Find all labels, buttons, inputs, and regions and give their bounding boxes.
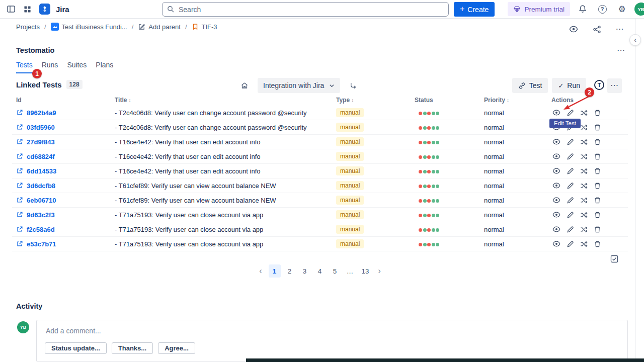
view-test-button[interactable]	[551, 151, 561, 161]
edit-test-button[interactable]	[565, 137, 575, 147]
test-id-link[interactable]: cd68824f	[27, 153, 55, 160]
pagination-prev-button[interactable]: ‹	[256, 266, 265, 276]
quick-reply-status-update[interactable]: Status update...	[45, 342, 107, 354]
pagination-page-4[interactable]: 4	[314, 264, 326, 278]
pagination-page-3[interactable]: 3	[299, 264, 311, 278]
unlink-test-button[interactable]	[579, 210, 589, 220]
pagination-page-5[interactable]: 5	[329, 264, 341, 278]
column-header-priority[interactable]: Priority↕	[484, 97, 551, 104]
pagination-next-button[interactable]: ›	[374, 266, 384, 276]
comment-input[interactable]	[45, 326, 598, 335]
test-id-link[interactable]: 6eb06710	[27, 197, 56, 204]
view-test-button[interactable]	[551, 180, 561, 191]
edit-test-button[interactable]	[565, 180, 575, 191]
edit-test-button[interactable]	[565, 151, 575, 161]
table-row[interactable]: e53c7b71 - T71a75193: Verify user can cl…	[12, 237, 628, 251]
table-row[interactable]: 3d6dcfb8 - T61cfef89: Verify user can vi…	[12, 178, 628, 193]
breadcrumb-issue[interactable]: TIF-3	[192, 23, 217, 31]
delete-test-button[interactable]	[592, 137, 602, 147]
settings-button[interactable]: ⚙	[615, 2, 629, 16]
unlink-test-button[interactable]	[579, 137, 589, 147]
tab-tests[interactable]: Tests	[16, 61, 33, 73]
premium-trial-button[interactable]: Premium trial	[508, 2, 570, 16]
app-name[interactable]: Jira	[56, 5, 69, 14]
unlink-test-button[interactable]	[579, 166, 589, 176]
quick-reply-agree[interactable]: Agree...	[158, 342, 195, 354]
sort-icon[interactable]: ↕	[128, 98, 131, 103]
delete-test-button[interactable]	[592, 180, 602, 191]
jira-logo-icon[interactable]	[39, 4, 50, 15]
sort-icon[interactable]: ↕	[507, 98, 509, 103]
table-row[interactable]: f2c58a6d - T71a75193: Verify user can cl…	[12, 222, 628, 237]
sort-icon[interactable]: ↕	[351, 98, 354, 103]
column-header-id[interactable]: Id	[12, 97, 115, 104]
breadcrumb-project[interactable]: Test iBusiness Fundi...	[51, 23, 127, 31]
edit-test-button[interactable]	[565, 224, 575, 234]
delete-test-button[interactable]	[592, 151, 602, 161]
unlink-test-button[interactable]	[579, 195, 589, 205]
home-button[interactable]	[237, 78, 252, 93]
table-row[interactable]: 6dd14533 - T16ce4e42: Verify that user c…	[12, 164, 628, 178]
toolbar-more-button[interactable]: ⋯	[607, 78, 622, 93]
breadcrumb-add-parent[interactable]: Add parent	[138, 23, 181, 31]
view-test-button[interactable]	[551, 224, 561, 234]
delete-test-button[interactable]	[592, 224, 602, 234]
delete-test-button[interactable]	[592, 122, 602, 132]
tab-plans[interactable]: Plans	[96, 61, 113, 73]
table-row[interactable]: 27d9f843 - T16ce4e42: Verify that user c…	[12, 135, 628, 149]
branch-arrow-button[interactable]	[346, 78, 360, 93]
test-id-link[interactable]: 8962b4a9	[27, 109, 56, 117]
view-test-button[interactable]	[551, 137, 561, 147]
pagination-page-13[interactable]: 13	[359, 264, 372, 278]
test-id-link[interactable]: 9d63c2f3	[27, 211, 55, 219]
test-button[interactable]: Test	[512, 78, 548, 93]
share-button[interactable]	[590, 22, 604, 36]
issue-more-button[interactable]: ⋯	[613, 22, 627, 36]
delete-test-button[interactable]	[592, 108, 602, 118]
unlink-test-button[interactable]	[579, 239, 589, 249]
tab-suites[interactable]: Suites	[67, 61, 87, 73]
view-test-button[interactable]	[551, 210, 561, 220]
search-input[interactable]	[162, 2, 449, 17]
watch-button[interactable]	[567, 22, 581, 36]
table-row[interactable]: cd68824f - T16ce4e42: Verify that user c…	[12, 149, 628, 164]
column-header-title[interactable]: Title↕	[115, 97, 336, 104]
integration-dropdown[interactable]: Integration with Jira	[258, 78, 340, 93]
tab-runs[interactable]: Runs	[42, 61, 58, 73]
quick-reply-thanks[interactable]: Thanks...	[112, 342, 153, 354]
table-row[interactable]: 9d63c2f3 - T71a75193: Verify user can cl…	[12, 208, 628, 222]
sidebar-toggle-button[interactable]	[4, 2, 18, 16]
view-test-button[interactable]	[551, 195, 561, 205]
create-button[interactable]: + Create	[454, 2, 495, 17]
test-id-link[interactable]: 6dd14533	[27, 167, 56, 175]
view-test-button[interactable]	[551, 239, 561, 249]
run-button[interactable]: ✓ Run	[552, 78, 586, 93]
table-row[interactable]: 8962b4a9 - T2c4c06d8: Verify user can ch…	[12, 106, 628, 120]
unlink-test-button[interactable]	[579, 224, 589, 234]
bulk-edit-button[interactable]	[610, 254, 619, 263]
help-button[interactable]: ?	[595, 2, 609, 16]
unlink-test-button[interactable]	[579, 180, 589, 191]
test-id-link[interactable]: f2c58a6d	[27, 226, 55, 233]
panel-more-button[interactable]: ⋯	[617, 46, 625, 54]
column-header-type[interactable]: Type↕	[336, 97, 415, 104]
delete-test-button[interactable]	[592, 195, 602, 205]
test-id-link[interactable]: 03fd5960	[27, 124, 55, 131]
edit-test-button[interactable]	[565, 166, 575, 176]
test-id-link[interactable]: 27d9f843	[27, 138, 55, 146]
delete-test-button[interactable]	[592, 239, 602, 249]
pagination-page-2[interactable]: 2	[284, 264, 296, 278]
comment-box[interactable]: Status update... Thanks... Agree...	[36, 320, 628, 362]
test-id-link[interactable]: 3d6dcfb8	[27, 182, 55, 190]
collapse-panel-button[interactable]: ‹	[629, 34, 641, 46]
edit-test-button[interactable]	[565, 239, 575, 249]
view-test-button[interactable]	[551, 166, 561, 176]
test-id-link[interactable]: e53c7b71	[27, 240, 56, 248]
delete-test-button[interactable]	[592, 210, 602, 220]
edit-test-button[interactable]	[565, 195, 575, 205]
table-row[interactable]: 03fd5960 - T2c4c06d8: Verify user can ch…	[12, 120, 628, 135]
delete-test-button[interactable]	[592, 166, 602, 176]
app-switcher-button[interactable]	[20, 2, 34, 16]
pagination-page-1[interactable]: 1	[269, 264, 281, 278]
unlink-test-button[interactable]	[579, 151, 589, 161]
